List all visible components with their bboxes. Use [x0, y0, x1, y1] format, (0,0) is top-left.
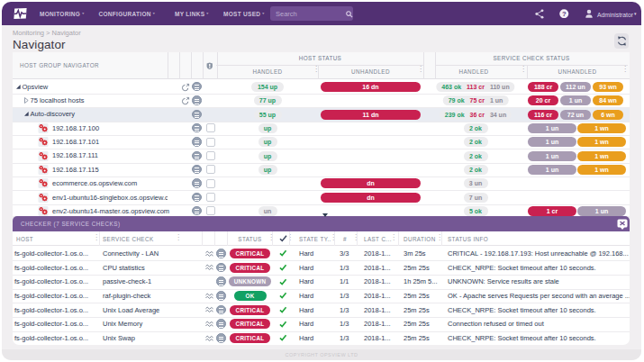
svg-text:?: ?: [562, 9, 567, 17]
